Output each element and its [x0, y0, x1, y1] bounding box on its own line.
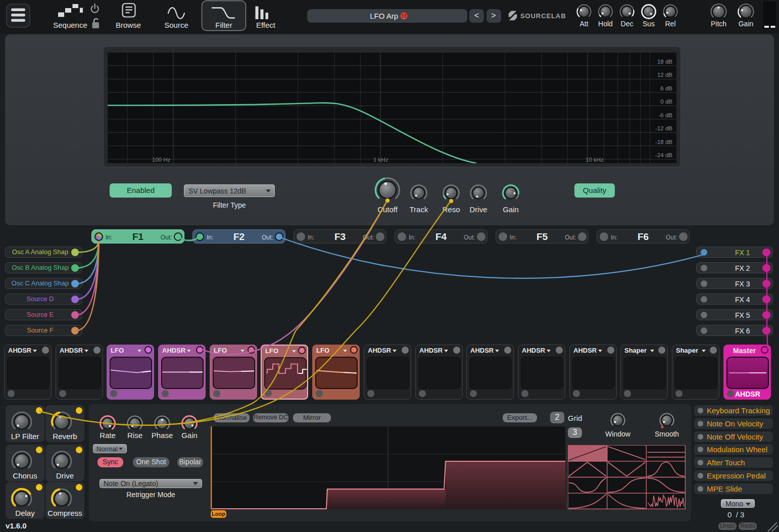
svg-text:10 kHz: 10 kHz: [586, 157, 604, 163]
svg-text:-12 dB: -12 dB: [655, 125, 672, 131]
svg-text:1 kHz: 1 kHz: [373, 157, 388, 163]
svg-text:18 dB: 18 dB: [657, 59, 672, 65]
svg-text:0 dB: 0 dB: [660, 99, 672, 105]
svg-text:-24 dB: -24 dB: [655, 152, 672, 158]
svg-text:-18 dB: -18 dB: [655, 139, 672, 145]
svg-text:12 dB: 12 dB: [657, 72, 672, 78]
svg-text:6 dB: 6 dB: [660, 85, 672, 91]
svg-text:-6 dB: -6 dB: [659, 112, 673, 118]
svg-text:100 Hz: 100 Hz: [152, 157, 171, 163]
svg-text:SOURCELAB: SOURCELAB: [520, 12, 566, 20]
